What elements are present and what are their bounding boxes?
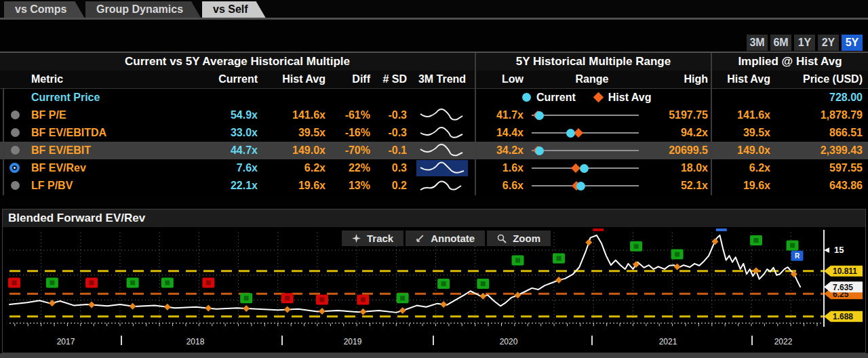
table-row-bf-ev-ebit[interactable]: BF EV/EBIT 44.7x 149.0x -70% -0.1 34.2x …: [0, 142, 868, 159]
table-column-headers: Metric Current Hist Avg Diff # SD 3M Tre…: [0, 71, 868, 89]
numsd-value: -0.3: [374, 124, 410, 142]
high-value: 20699.5: [654, 142, 711, 159]
group-header-range: 5Y Historical Multiple Range: [475, 53, 711, 71]
current-marker: [580, 164, 589, 173]
x-label-2019: 2019: [344, 337, 362, 346]
current-value: 44.7x: [202, 142, 262, 159]
col-header-metric: Metric: [28, 71, 202, 88]
tab-vs-self[interactable]: vs Self: [202, 1, 266, 18]
metric-label: BF EV/EBIT: [28, 142, 202, 159]
radio-bf-ev-rev-selected[interactable]: [9, 163, 20, 173]
numsd-value: 0.3: [374, 159, 410, 177]
histavg-marker: [574, 128, 583, 138]
table-section-divider: [711, 53, 712, 195]
zoom-button[interactable]: Zoom: [487, 231, 551, 246]
current-value: 22.1x: [202, 177, 262, 195]
high-value: 52.1x: [654, 177, 711, 195]
trend-sparkline: [410, 142, 475, 159]
x-label-2022: 2022: [774, 337, 793, 346]
numsd-value: 0.2: [374, 177, 410, 195]
legend-histavg-label: Hist Avg: [608, 92, 652, 103]
tab-vs-comps[interactable]: vs Comps: [4, 1, 84, 18]
histavg-value: 39.5x: [262, 124, 330, 142]
diff-value: 22%: [330, 159, 374, 177]
table-row-bf-ev-ebitda[interactable]: BF EV/EBITDA 33.0x 39.5x -16% -0.3 14.4x…: [0, 124, 868, 142]
period-button-3m[interactable]: 3M: [747, 35, 768, 51]
trend-sparkline-selected: [410, 159, 475, 177]
metric-label: BF EV/EBITDA: [28, 124, 202, 142]
range-slider: [532, 159, 640, 177]
high-value: 94.2x: [654, 124, 711, 142]
implied-price-value: 866.51: [776, 124, 868, 142]
zoom-icon: [497, 234, 507, 243]
trend-sparkline: [410, 106, 475, 124]
table-row-lf-p-bv[interactable]: LF P/BV 22.1x 19.6x 13% 0.2 6.6x 52.1x 1…: [0, 177, 868, 195]
table-left-border: [3, 88, 4, 195]
annotate-button[interactable]: Annotate: [406, 231, 485, 246]
chart-title: Blended Forward EV/Rev: [3, 210, 865, 227]
diff-value: -70%: [330, 142, 374, 159]
table-row-bf-pe[interactable]: BF P/E 54.9x 141.6x -61% -0.3 41.7x 5197…: [0, 106, 868, 124]
metric-label: BF P/E: [28, 106, 202, 124]
diff-value: -61%: [330, 106, 374, 124]
period-button-1y[interactable]: 1Y: [794, 35, 815, 51]
radio-bf-pe[interactable]: [11, 111, 20, 119]
trend-sparkline: [410, 124, 475, 142]
tab-bar: vs Comps Group Dynamics vs Self: [0, 0, 868, 20]
radio-bf-ev-ebit[interactable]: [11, 146, 20, 155]
col-header-price-usd: Price (USD): [776, 71, 868, 88]
implied-histavg-value: 39.5x: [711, 124, 776, 142]
radio-bf-ev-ebitda[interactable]: [11, 128, 20, 137]
current-marker: [535, 146, 544, 155]
period-button-6m[interactable]: 6M: [770, 35, 791, 51]
x-label-2020: 2020: [500, 337, 518, 346]
current-marker: [576, 182, 585, 191]
range-slider: [532, 124, 640, 142]
range-legend: CurrentHist Avg: [522, 89, 652, 106]
group-header-implied: Implied @ Hist Avg: [711, 53, 868, 71]
chart-x-axis: 2017 2018 2019 2020 2021 2022: [3, 337, 864, 351]
period-button-2y[interactable]: 2Y: [818, 35, 839, 51]
numsd-value: -0.3: [374, 106, 410, 124]
x-label-2017: 2017: [57, 337, 75, 346]
svg-text:7.635: 7.635: [833, 283, 853, 292]
col-header-implied-hist-avg: Hist Avg: [711, 71, 776, 88]
current-marker: [566, 129, 575, 138]
x-label-2021: 2021: [659, 337, 677, 346]
implied-histavg-value: 6.2x: [711, 159, 776, 177]
table-row-bf-ev-rev[interactable]: BF EV/Rev 7.6x 6.2x 22% 0.3 1.6x 18.0x 6…: [0, 159, 868, 177]
chart-toolbar: Track Annotate Zoom: [342, 231, 551, 246]
svg-text:1.688: 1.688: [833, 312, 853, 321]
low-value: 6.6x: [475, 177, 530, 195]
histavg-value: 141.6x: [262, 106, 330, 124]
high-value: 18.0x: [654, 159, 711, 177]
metric-label: BF EV/Rev: [28, 159, 202, 177]
current-value: 33.0x: [202, 124, 262, 142]
period-button-5y[interactable]: 5Y: [842, 35, 863, 51]
low-value: 14.4x: [475, 124, 530, 142]
col-header-range: Range: [530, 71, 654, 88]
implied-price-value: 2,399.43: [776, 142, 868, 159]
implied-price-value: 643.86: [776, 177, 868, 195]
table-row-current-price: Current Price CurrentHist Avg 728.00: [0, 89, 868, 106]
low-value: 34.2x: [475, 142, 530, 159]
col-header-current: Current: [202, 71, 262, 88]
tab-group-dynamics[interactable]: Group Dynamics: [85, 1, 201, 18]
table-group-headers: Current vs 5Y Average Historical Multipl…: [0, 53, 868, 71]
svg-text:15: 15: [834, 245, 844, 255]
window-bottom-edge: [0, 353, 868, 358]
histavg-marker: [570, 163, 580, 173]
implied-price-value: 1,878.79: [776, 106, 868, 124]
range-slider: [532, 177, 640, 195]
track-button[interactable]: Track: [342, 231, 403, 246]
implied-price-value: 597.55: [776, 159, 868, 177]
multiples-table: Current vs 5Y Average Historical Multipl…: [0, 52, 868, 198]
low-value: 41.7x: [475, 106, 530, 124]
terminal-screen: vs Comps Group Dynamics vs Self 3M 6M 1Y…: [0, 0, 868, 358]
current-price-label: Current Price: [28, 89, 202, 106]
radio-lf-p-bv[interactable]: [11, 181, 20, 190]
current-value: 54.9x: [202, 106, 262, 124]
track-icon: [352, 234, 361, 243]
low-value: 1.6x: [475, 159, 530, 177]
col-header-3m-trend: 3M Trend: [410, 71, 475, 88]
